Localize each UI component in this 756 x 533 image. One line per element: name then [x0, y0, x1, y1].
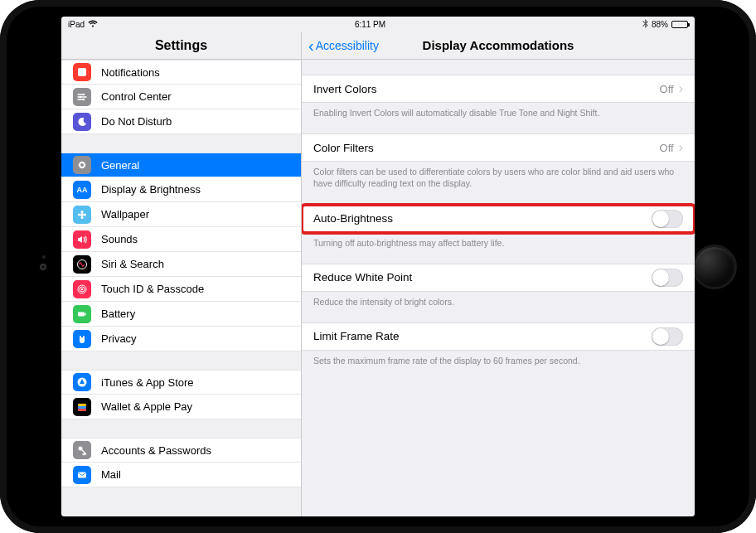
wifi-icon	[88, 20, 98, 29]
sidebar-item-label: Notifications	[101, 66, 160, 79]
square-red-icon	[73, 63, 91, 81]
appstore-icon	[73, 373, 91, 391]
clock: 6:11 PM	[355, 20, 385, 29]
front-camera	[40, 264, 46, 270]
setting-note: Turning off auto-brightness may affect b…	[302, 233, 695, 249]
setting-color-filters[interactable]: Color FiltersOff›	[302, 133, 695, 162]
setting-value: Off	[660, 83, 674, 95]
chevron-right-icon: ›	[679, 140, 683, 155]
svg-point-8	[80, 216, 83, 218]
sidebar-item-label: Do Not Disturb	[101, 115, 172, 128]
moon-icon	[73, 113, 91, 131]
sidebar-item-itunes-app-store[interactable]: iTunes & App Store	[61, 370, 301, 395]
sidebar-item-mail[interactable]: Mail	[61, 463, 301, 487]
wallet-icon	[73, 398, 91, 416]
touchid-icon	[73, 280, 91, 298]
setting-invert-colors[interactable]: Invert ColorsOff›	[302, 75, 695, 103]
setting-label: Auto-Brightness	[313, 212, 393, 225]
detail-header: ‹ Accessibility Display Accommodations	[302, 31, 695, 60]
speaker-icon	[73, 230, 91, 249]
sidebar-item-label: Sounds	[101, 233, 138, 245]
svg-point-14	[81, 288, 83, 289]
page-title: Display Accommodations	[423, 38, 574, 52]
svg-rect-19	[78, 406, 86, 409]
flower-icon	[73, 206, 91, 224]
toggle-auto-brightness[interactable]	[652, 210, 683, 228]
setting-reduce-white-point[interactable]: Reduce White Point	[302, 264, 695, 292]
svg-point-4	[80, 163, 84, 167]
svg-point-6	[80, 213, 84, 216]
sidebar-item-label: Battery	[101, 308, 135, 320]
status-bar: iPad 6:11 PM 88%	[61, 17, 695, 31]
sidebar-item-label: Wallpaper	[101, 208, 149, 220]
sidebar-item-label: Touch ID & Passcode	[101, 283, 204, 295]
switches-icon	[73, 88, 91, 106]
sidebar-item-label: Display & Brightness	[101, 183, 201, 196]
sidebar-item-label: iTunes & App Store	[101, 376, 194, 389]
siri-icon	[73, 255, 91, 274]
sidebar-item-wallpaper[interactable]: Wallpaper	[61, 202, 301, 227]
svg-point-3	[83, 98, 85, 100]
key-icon	[73, 441, 91, 459]
svg-point-7	[80, 210, 83, 212]
sidebar-item-touch-id-passcode[interactable]: Touch ID & Passcode	[61, 277, 301, 302]
sensor-dot	[42, 255, 46, 259]
setting-limit-frame-rate[interactable]: Limit Frame Rate	[302, 322, 695, 351]
svg-rect-20	[78, 409, 86, 411]
mail-icon	[73, 466, 91, 484]
svg-rect-15	[78, 312, 85, 316]
battery-icon	[73, 305, 91, 323]
svg-point-1	[83, 93, 85, 95]
sidebar-item-control-center[interactable]: Control Center	[61, 85, 301, 109]
home-button[interactable]	[695, 247, 734, 287]
battery-percent: 88%	[652, 20, 668, 29]
svg-rect-18	[78, 404, 86, 406]
toggle-limit-frame-rate[interactable]	[652, 327, 683, 346]
sidebar-item-siri-search[interactable]: Siri & Search	[61, 252, 301, 277]
sidebar-item-sounds[interactable]: Sounds	[61, 227, 301, 252]
setting-note: Sets the maximum frame rate of the displ…	[302, 351, 695, 366]
sidebar-item-label: Control Center	[101, 90, 172, 103]
sidebar-item-wallet-apple-pay[interactable]: Wallet & Apple Pay	[61, 395, 301, 419]
battery-icon	[671, 21, 688, 28]
sidebar-item-label: General	[101, 159, 139, 172]
back-label: Accessibility	[316, 39, 379, 52]
sidebar-item-label: Accounts & Passwords	[101, 444, 211, 457]
sidebar-item-battery[interactable]: Battery	[61, 302, 301, 327]
AA-icon: AA	[73, 181, 91, 199]
chevron-left-icon: ‹	[308, 37, 314, 54]
screen: iPad 6:11 PM 88% Settings NotificationsC…	[61, 17, 695, 516]
toggle-reduce-white-point[interactable]	[652, 269, 683, 287]
setting-label: Reduce White Point	[313, 271, 412, 283]
svg-text:AA: AA	[77, 186, 88, 194]
ipad-device-frame: iPad 6:11 PM 88% Settings NotificationsC…	[0, 0, 756, 533]
svg-point-2	[80, 95, 82, 98]
detail-pane: ‹ Accessibility Display Accommodations I…	[302, 31, 695, 516]
sidebar-item-label: Siri & Search	[101, 258, 164, 270]
setting-note: Reduce the intensity of bright colors.	[302, 292, 695, 308]
device-label: iPad	[68, 20, 85, 29]
sidebar-item-notifications[interactable]: Notifications	[61, 60, 301, 85]
svg-rect-0	[78, 68, 86, 76]
bluetooth-icon	[642, 19, 648, 30]
sidebar-item-label: Mail	[101, 468, 121, 481]
sidebar-item-display-brightness[interactable]: AADisplay & Brightness	[61, 177, 301, 202]
svg-point-10	[84, 213, 86, 216]
sidebar-item-accounts-passwords[interactable]: Accounts & Passwords	[61, 438, 301, 463]
sidebar-item-privacy[interactable]: Privacy	[61, 327, 301, 351]
sidebar-item-label: Privacy	[101, 332, 137, 345]
setting-label: Color Filters	[313, 142, 374, 154]
gear-icon	[73, 156, 91, 174]
back-button[interactable]: ‹ Accessibility	[308, 37, 379, 54]
sidebar-item-do-not-disturb[interactable]: Do Not Disturb	[61, 109, 301, 134]
sidebar-item-general[interactable]: General	[61, 153, 301, 177]
setting-value: Off	[660, 142, 674, 154]
settings-sidebar: Settings NotificationsControl CenterDo N…	[61, 31, 302, 516]
svg-rect-16	[85, 313, 87, 314]
sidebar-item-label: Wallet & Apple Pay	[101, 400, 192, 413]
sidebar-title: Settings	[61, 31, 301, 60]
setting-auto-brightness[interactable]: Auto-Brightness	[302, 205, 695, 233]
setting-label: Limit Frame Rate	[313, 330, 400, 342]
hand-icon	[73, 330, 91, 348]
setting-note: Color filters can be used to differentia…	[302, 162, 695, 189]
